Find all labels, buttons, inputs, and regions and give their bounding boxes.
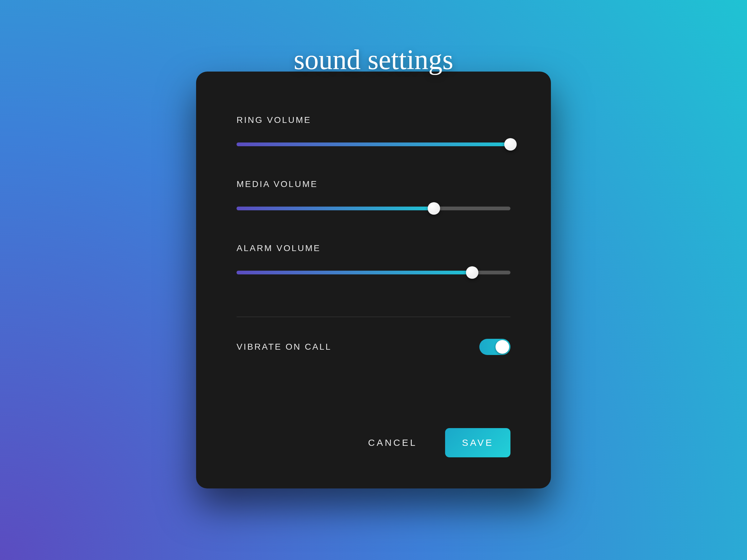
slider-thumb[interactable] xyxy=(504,138,517,151)
divider xyxy=(236,317,511,317)
cancel-button[interactable]: CANCEL xyxy=(368,437,417,448)
vibrate-label: VIBRATE ON CALL xyxy=(236,342,332,352)
slider-fill xyxy=(236,207,434,210)
ring-volume-slider[interactable] xyxy=(236,141,511,148)
media-volume-slider[interactable] xyxy=(236,205,511,212)
ring-volume-label: RING VOLUME xyxy=(236,115,511,125)
slider-fill xyxy=(236,142,511,146)
alarm-volume-slider[interactable] xyxy=(236,269,511,276)
media-volume-group: MEDIA VOLUME xyxy=(236,179,511,212)
slider-thumb[interactable] xyxy=(428,202,440,215)
vibrate-row: VIBRATE ON CALL xyxy=(236,339,511,355)
dialog-actions: CANCEL SAVE xyxy=(236,409,511,457)
toggle-knob xyxy=(495,340,509,354)
settings-panel: RING VOLUME MEDIA VOLUME ALARM VOLUME xyxy=(196,72,551,488)
slider-thumb[interactable] xyxy=(466,266,479,279)
media-volume-label: MEDIA VOLUME xyxy=(236,179,511,189)
alarm-volume-label: ALARM VOLUME xyxy=(236,243,511,253)
alarm-volume-group: ALARM VOLUME xyxy=(236,243,511,276)
save-button[interactable]: SAVE xyxy=(445,428,511,457)
page-title: sound settings xyxy=(294,44,454,76)
vibrate-toggle[interactable] xyxy=(479,339,511,355)
slider-fill xyxy=(236,271,472,274)
ring-volume-group: RING VOLUME xyxy=(236,115,511,148)
